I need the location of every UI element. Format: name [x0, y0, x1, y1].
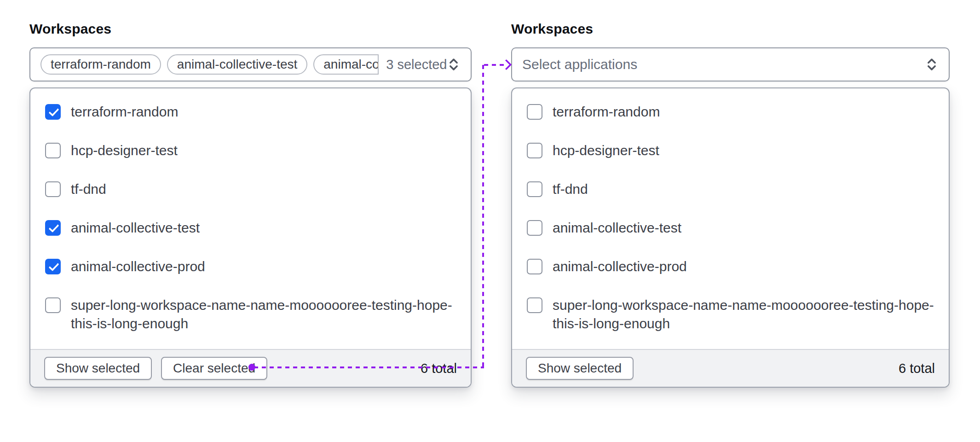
left-listbox-footer: Show selected Clear selected 6 total — [30, 349, 471, 387]
checkbox-icon[interactable] — [527, 104, 542, 120]
workspace-option[interactable]: terraform-random — [30, 93, 471, 131]
selected-pill-truncated: animal-collective-prod — [313, 54, 379, 75]
checkbox-icon[interactable] — [45, 297, 61, 313]
option-label: animal-collective-prod — [71, 257, 205, 276]
left-listbox: terraform-random hcp-designer-test tf-dn… — [29, 87, 472, 388]
left-multiselect-trigger[interactable]: terraform-random animal-collective-test … — [29, 47, 472, 81]
clear-selected-button[interactable]: Clear selected — [161, 357, 267, 380]
option-label: hcp-designer-test — [553, 141, 659, 160]
selected-count-text: 3 selected — [386, 57, 447, 72]
selected-pill: terraform-random — [40, 54, 161, 75]
option-label: hcp-designer-test — [71, 141, 178, 160]
trigger-placeholder: Select applications — [522, 57, 637, 72]
option-label: animal-collective-prod — [553, 257, 687, 276]
show-selected-button[interactable]: Show selected — [44, 357, 152, 380]
right-options-list: terraform-random hcp-designer-test tf-dn… — [512, 88, 949, 349]
right-field-label: Workspaces — [511, 21, 593, 37]
checkbox-icon[interactable] — [527, 143, 542, 158]
right-listbox: terraform-random hcp-designer-test tf-dn… — [511, 87, 950, 388]
option-label: animal-collective-test — [553, 219, 681, 237]
option-label: terraform-random — [71, 103, 178, 121]
option-label: animal-collective-test — [71, 219, 200, 237]
workspace-option[interactable]: super-long-workspace-name-name-moooooore… — [512, 286, 949, 343]
option-label: tf-dnd — [71, 180, 106, 198]
checkbox-icon[interactable] — [45, 181, 61, 197]
workspace-option[interactable]: animal-collective-test — [512, 209, 949, 247]
checkbox-icon[interactable] — [527, 220, 542, 236]
option-label: terraform-random — [553, 103, 660, 121]
total-count-text: 6 total — [899, 361, 935, 376]
checkbox-icon[interactable] — [527, 297, 542, 313]
checkbox-icon[interactable] — [45, 220, 61, 236]
checkbox-icon[interactable] — [527, 259, 542, 274]
workspace-option[interactable]: animal-collective-prod — [30, 247, 471, 286]
show-selected-button[interactable]: Show selected — [526, 357, 634, 380]
workspace-option[interactable]: hcp-designer-test — [30, 131, 471, 170]
chevron-up-down-icon — [447, 57, 461, 72]
annotation-arrowhead-icon — [501, 59, 512, 70]
checkbox-icon[interactable] — [45, 143, 61, 158]
workspace-option[interactable]: super-long-workspace-name-name-moooooore… — [30, 286, 471, 343]
annotation-line-vertical — [482, 65, 484, 368]
right-listbox-footer: Show selected 6 total — [512, 349, 949, 387]
option-label: super-long-workspace-name-name-moooooore… — [553, 296, 934, 333]
workspace-option[interactable]: animal-collective-prod — [512, 247, 949, 286]
workspace-option[interactable]: tf-dnd — [30, 170, 471, 209]
total-count-text: 6 total — [421, 361, 457, 376]
option-label: super-long-workspace-name-name-moooooore… — [71, 296, 456, 333]
right-multiselect-trigger[interactable]: Select applications — [511, 47, 950, 81]
selected-pill: animal-collective-test — [167, 54, 307, 75]
workspace-option[interactable]: terraform-random — [512, 93, 949, 131]
option-label: tf-dnd — [553, 180, 588, 198]
workspace-option[interactable]: tf-dnd — [512, 170, 949, 209]
chevron-up-down-icon — [925, 57, 939, 72]
left-field-label: Workspaces — [29, 21, 111, 37]
workspace-option[interactable]: animal-collective-test — [30, 209, 471, 247]
checkbox-icon[interactable] — [527, 181, 542, 197]
checkbox-icon[interactable] — [45, 104, 61, 120]
workspace-option[interactable]: hcp-designer-test — [512, 131, 949, 170]
checkbox-icon[interactable] — [45, 259, 61, 274]
annotation-line-top — [484, 64, 507, 66]
left-options-list: terraform-random hcp-designer-test tf-dn… — [30, 88, 471, 349]
